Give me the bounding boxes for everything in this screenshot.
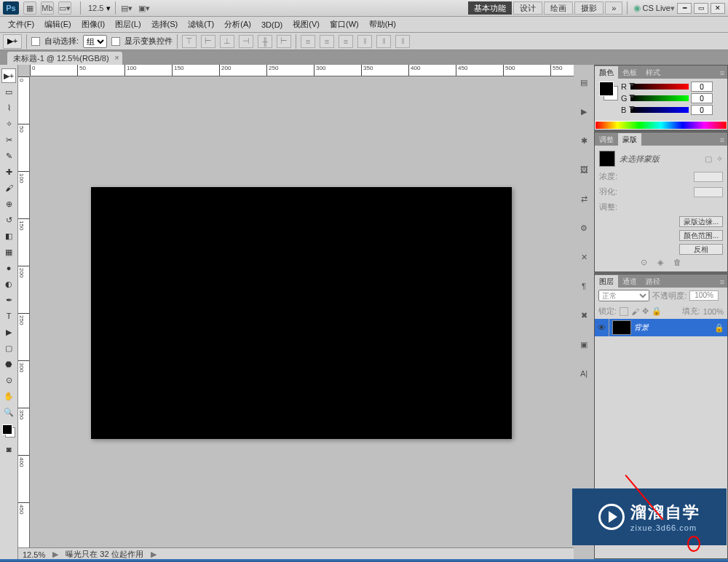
brush-presets-icon[interactable]: ⚙	[577, 221, 591, 235]
shape-tool-icon[interactable]: ▢	[1, 341, 16, 355]
lock-all-icon[interactable]: 🔒	[652, 306, 662, 316]
menu-layer[interactable]: 图层(L)	[110, 17, 146, 32]
clone-panel-icon[interactable]: 🖼	[577, 162, 591, 177]
zoom-tool-icon[interactable]: 🔍	[1, 405, 16, 419]
dist-top-icon[interactable]: ≡	[301, 35, 315, 48]
arrange-icon[interactable]: ▤▾	[120, 1, 133, 15]
marquee-tool-icon[interactable]: ▭	[1, 84, 16, 99]
tool-presets-icon[interactable]: ⇄	[577, 191, 591, 206]
r-input[interactable]	[691, 82, 713, 92]
load-mask-icon[interactable]: ⊙	[641, 258, 647, 267]
status-arrow-icon[interactable]: ▶	[52, 550, 58, 559]
ruler-horizontal[interactable]: 050100150200250300350400450500550	[30, 65, 574, 76]
tab-color[interactable]: 颜色	[595, 66, 618, 79]
tab-swatch[interactable]: 色板	[618, 66, 641, 79]
minibridge-icon[interactable]: Mb	[41, 1, 54, 15]
blend-mode-dropdown[interactable]: 正常	[598, 290, 649, 301]
workspace-basic-button[interactable]: 基本功能	[468, 1, 512, 15]
tab-layers[interactable]: 图层	[595, 275, 618, 288]
zoom-value[interactable]: 12.5	[85, 4, 106, 12]
align-right-icon[interactable]: ⊢	[277, 35, 291, 48]
auto-select-dropdown[interactable]: 组	[83, 35, 107, 48]
fg-color-icon[interactable]	[2, 424, 12, 435]
lock-brush-icon[interactable]: 🖌	[631, 307, 639, 316]
delete-mask-icon[interactable]: 🗑	[673, 258, 681, 267]
layer-row-bg[interactable]: 👁 背景 🔒	[595, 319, 727, 336]
stamp-tool-icon[interactable]: ⊕	[1, 197, 16, 211]
dist-hcenter-icon[interactable]: ⦀	[376, 35, 391, 48]
brush-panel-icon[interactable]: ✱	[577, 133, 591, 148]
align-hcenter-icon[interactable]: ╫	[258, 35, 272, 48]
maximize-button[interactable]: ▭	[694, 3, 708, 14]
show-transform-checkbox[interactable]	[111, 37, 120, 46]
tab-paths[interactable]: 路径	[641, 275, 665, 288]
menu-analysis[interactable]: 分析(A)	[219, 17, 256, 32]
tab-mask[interactable]: 蒙版	[618, 133, 641, 146]
wand-tool-icon[interactable]: ✧	[1, 116, 16, 131]
align-top-icon[interactable]: ⊤	[182, 35, 197, 48]
move-tool-icon[interactable]: ▶+	[1, 68, 16, 83]
dist-right-icon[interactable]: ⦀	[395, 35, 410, 48]
gradient-tool-icon[interactable]: ▦	[1, 245, 16, 259]
workspace-more-button[interactable]: »	[605, 1, 622, 15]
type-panel-icon[interactable]: A|	[577, 366, 591, 381]
b-slider[interactable]	[630, 107, 689, 113]
align-vcenter-icon[interactable]: ⊢	[201, 35, 215, 48]
color-swatch[interactable]	[2, 424, 15, 438]
menu-edit[interactable]: 编辑(E)	[39, 17, 76, 32]
b-input[interactable]	[691, 105, 713, 115]
character-panel-icon[interactable]: ✕	[577, 250, 591, 264]
menu-file[interactable]: 文件(F)	[3, 17, 39, 32]
actions-panel-icon[interactable]: ▶	[577, 104, 591, 119]
screen-mode-icon[interactable]: ▣▾	[138, 1, 151, 15]
3d-camera-tool-icon[interactable]: ⊙	[1, 373, 16, 387]
fill-input[interactable]: 100%	[703, 307, 724, 316]
align-left-icon[interactable]: ⊣	[239, 35, 253, 48]
close-icon[interactable]: ×	[114, 53, 119, 62]
g-input[interactable]	[691, 93, 713, 103]
brush-tool-icon[interactable]: 🖌	[1, 181, 16, 195]
crop-tool-icon[interactable]: ✂	[1, 132, 16, 147]
panel-menu-icon[interactable]: ≡	[717, 277, 727, 288]
menu-filter[interactable]: 滤镜(T)	[183, 17, 219, 32]
minimize-button[interactable]: ━	[677, 3, 692, 14]
ruler-vertical[interactable]: 050100150200250300350400450	[18, 76, 30, 547]
color-preview[interactable]	[599, 82, 618, 100]
menu-window[interactable]: 窗口(W)	[325, 17, 364, 32]
status-arrow2-icon[interactable]: ▶	[151, 550, 157, 559]
document-canvas[interactable]	[91, 187, 512, 439]
vector-mask-icon[interactable]: ✧	[716, 154, 723, 164]
align-bottom-icon[interactable]: ⊥	[220, 35, 234, 48]
eraser-tool-icon[interactable]: ◧	[1, 229, 16, 243]
pixel-mask-icon[interactable]: ▢	[705, 154, 712, 164]
lasso-tool-icon[interactable]: ⌇	[1, 100, 16, 115]
color-range-button[interactable]: 颜色范围...	[679, 230, 723, 241]
density-input[interactable]	[694, 172, 723, 182]
zoom-dropdown[interactable]: ▾	[106, 4, 111, 13]
close-button[interactable]: ✕	[711, 3, 725, 14]
auto-select-checkbox[interactable]	[31, 37, 40, 46]
layer-name[interactable]: 背景	[634, 322, 714, 333]
panel-menu-icon[interactable]: ≡	[717, 68, 727, 79]
hand-tool-icon[interactable]: ✋	[1, 389, 16, 403]
fg-color-preview[interactable]	[599, 82, 614, 96]
layers-list[interactable]: 👁 背景 🔒	[595, 319, 727, 494]
pen-tool-icon[interactable]: ✒	[1, 293, 16, 307]
invert-button[interactable]: 反相	[679, 244, 723, 255]
3d-tool-icon[interactable]: ⬣	[1, 357, 16, 371]
path-select-tool-icon[interactable]: ▶	[1, 325, 16, 339]
dist-left-icon[interactable]: ⦀	[357, 35, 372, 48]
lock-transparent-icon[interactable]	[620, 307, 628, 316]
feather-input[interactable]	[694, 187, 723, 197]
menu-3d[interactable]: 3D(D)	[256, 18, 288, 31]
workspace-paint-button[interactable]: 绘画	[544, 1, 573, 15]
taskbar[interactable]	[0, 559, 728, 562]
type-tool-icon[interactable]: T	[1, 309, 16, 323]
blur-tool-icon[interactable]: ●	[1, 261, 16, 275]
layer-thumb[interactable]	[612, 320, 631, 335]
menu-image[interactable]: 图像(I)	[76, 17, 110, 32]
workspace-design-button[interactable]: 设计	[513, 1, 542, 15]
panel-menu-icon[interactable]: ≡	[717, 135, 727, 146]
cslive-dropdown[interactable]: ▾	[670, 4, 675, 13]
history-brush-tool-icon[interactable]: ↺	[1, 213, 16, 227]
